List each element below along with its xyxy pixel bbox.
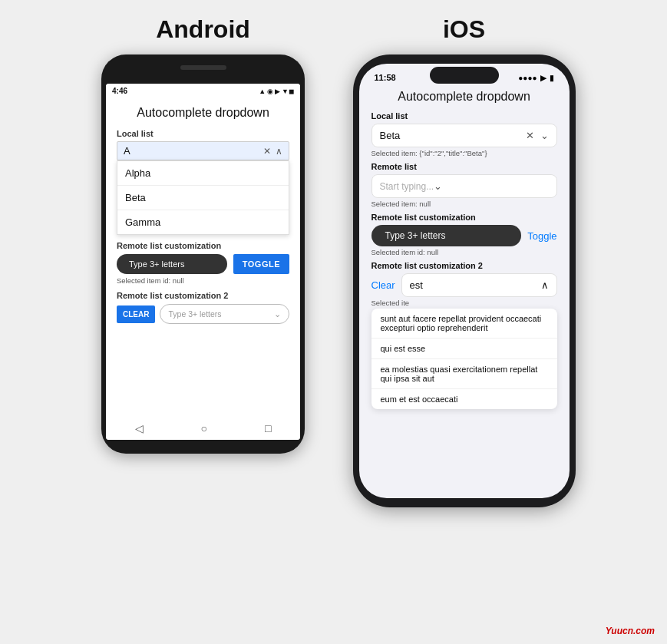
ios-dropdown-list: sunt aut facere repellat provident occae… bbox=[371, 309, 557, 409]
ios-app-content: Autocomplete dropdown Local list Beta ✕ … bbox=[359, 85, 570, 498]
android-local-input[interactable]: A ✕ ∧ bbox=[117, 141, 289, 160]
ios-dropdown-item-2[interactable]: qui est esse bbox=[371, 339, 557, 359]
ios-remote2-dropdown[interactable]: est ∧ bbox=[401, 273, 557, 297]
ios-phone: 11:58 ●●●● ▶ ▮ Autocomplete dropdown Loc… bbox=[353, 54, 576, 507]
ios-dropdown-item-4[interactable]: eum et est occaecati bbox=[371, 389, 557, 409]
ios-dropdown-item-1[interactable]: sunt aut facere repellat provident occae… bbox=[371, 309, 557, 339]
android-signal-icon: ▲ bbox=[259, 88, 266, 95]
ios-local-list-label: Local list bbox=[371, 111, 557, 121]
android-phone: 4:46 ▲ ◉ ▶ ▼◼ Autocomplete dropdown Loca… bbox=[101, 54, 305, 454]
ios-screen: 11:58 ●●●● ▶ ▮ Autocomplete dropdown Loc… bbox=[359, 64, 570, 498]
android-data-icon: ◉ bbox=[267, 88, 273, 95]
android-dropdown-item-gamma[interactable]: Gamma bbox=[117, 210, 289, 234]
ios-remote-custom-selected-id: Selected item id: null bbox=[371, 248, 557, 256]
ios-remote2-selected-info: Selected ite bbox=[371, 299, 557, 307]
ios-time: 11:58 bbox=[375, 73, 396, 82]
android-remote-toggle-row: Type 3+ letters TOGGLE bbox=[117, 254, 289, 274]
android-app-content: Autocomplete dropdown Local list A ✕ ∧ A… bbox=[106, 98, 300, 417]
ios-remote-selected-info: Selected item: null bbox=[371, 200, 557, 208]
android-remote2-chevron-icon: ⌄ bbox=[274, 309, 281, 319]
android-remote2-dropdown[interactable]: Type 3+ letters ⌄ bbox=[160, 304, 289, 324]
android-app-title: Autocomplete dropdown bbox=[117, 106, 289, 120]
ios-toggle-button[interactable]: Toggle bbox=[527, 230, 556, 242]
android-time: 4:46 bbox=[112, 87, 127, 95]
android-battery-icon: ▼◼ bbox=[282, 88, 294, 95]
ios-remote-custom2-label: Remote list customization 2 bbox=[371, 261, 557, 270]
ios-title: iOS bbox=[443, 15, 485, 44]
ios-remote-placeholder: Start typing... bbox=[380, 181, 434, 192]
ios-dropdown-item-3[interactable]: ea molestias quasi exercitationem repell… bbox=[371, 359, 557, 389]
android-section: Android 4:46 ▲ ◉ ▶ ▼◼ Autocomplete dropd… bbox=[84, 15, 322, 454]
android-screen: 4:46 ▲ ◉ ▶ ▼◼ Autocomplete dropdown Loca… bbox=[106, 84, 300, 440]
page-container: Android 4:46 ▲ ◉ ▶ ▼◼ Autocomplete dropd… bbox=[0, 0, 667, 644]
android-dropdown-item-alpha[interactable]: Alpha bbox=[117, 161, 289, 186]
android-chevron-up-icon[interactable]: ∧ bbox=[276, 146, 282, 157]
android-recents-icon[interactable]: □ bbox=[265, 422, 271, 434]
ios-dynamic-island bbox=[430, 67, 499, 84]
android-clear-icon[interactable]: ✕ bbox=[263, 146, 271, 157]
ios-remote2-row: Clear est ∧ bbox=[371, 273, 557, 297]
android-home-icon[interactable]: ○ bbox=[201, 422, 207, 434]
android-title: Android bbox=[156, 15, 250, 44]
android-remote-custom-label: Remote list customization bbox=[117, 241, 289, 250]
ios-local-value: Beta bbox=[380, 130, 526, 141]
ios-remote-list-label: Remote list bbox=[371, 162, 557, 171]
ios-remote2-chevron-icon[interactable]: ∧ bbox=[541, 279, 549, 291]
ios-remote-custom-label: Remote list customization bbox=[371, 213, 557, 222]
ios-local-input[interactable]: Beta ✕ ⌄ bbox=[371, 124, 557, 147]
android-dropdown-item-beta[interactable]: Beta bbox=[117, 186, 289, 210]
ios-section: iOS 11:58 ●●●● ▶ ▮ Autocomplete dropdown bbox=[345, 15, 583, 507]
ios-input-controls: ✕ ⌄ bbox=[526, 130, 549, 141]
android-status-icons: ▲ ◉ ▶ ▼◼ bbox=[259, 88, 294, 95]
ios-chevron-down-icon[interactable]: ⌄ bbox=[540, 130, 549, 141]
android-back-icon[interactable]: ◁ bbox=[135, 422, 144, 434]
watermark: Yuucn.com bbox=[606, 626, 655, 636]
ios-wifi-icon: ▶ bbox=[540, 74, 546, 82]
android-local-value: A bbox=[124, 145, 263, 157]
ios-remote-controls: ⌄ bbox=[434, 180, 442, 192]
ios-battery-icon: ▮ bbox=[550, 74, 554, 82]
ios-status-icons: ●●●● ▶ ▮ bbox=[518, 74, 553, 82]
android-toggle-button[interactable]: TOGGLE bbox=[233, 254, 289, 274]
ios-app-title: Autocomplete dropdown bbox=[371, 90, 557, 104]
android-status-bar: 4:46 ▲ ◉ ▶ ▼◼ bbox=[106, 84, 300, 98]
android-dropdown: Alpha Beta Gamma bbox=[117, 160, 289, 235]
android-remote2-placeholder: Type 3+ letters bbox=[168, 309, 221, 319]
android-remote2-row: CLEAR Type 3+ letters ⌄ bbox=[117, 304, 289, 324]
ios-signal-icon: ●●●● bbox=[518, 74, 537, 82]
android-nav-bar: ◁ ○ □ bbox=[106, 417, 300, 440]
android-type-pill: Type 3+ letters bbox=[117, 254, 227, 274]
ios-clear-icon[interactable]: ✕ bbox=[526, 130, 534, 141]
ios-toggle-row: Type 3+ letters Toggle bbox=[371, 225, 557, 246]
ios-local-selected-info: Selected item: {"id":"2","title":"Beta"} bbox=[371, 149, 557, 157]
android-input-controls: ✕ ∧ bbox=[263, 146, 282, 157]
ios-type-pill: Type 3+ letters bbox=[371, 225, 522, 246]
android-local-list-label: Local list bbox=[117, 129, 289, 138]
android-wifi-icon: ▶ bbox=[275, 88, 280, 95]
ios-remote2-value: est bbox=[410, 279, 423, 291]
android-clear-button[interactable]: CLEAR bbox=[117, 305, 155, 323]
ios-remote-chevron-icon[interactable]: ⌄ bbox=[434, 180, 442, 192]
ios-clear-button[interactable]: Clear bbox=[371, 279, 395, 291]
ios-remote-input[interactable]: Start typing... ⌄ bbox=[371, 174, 557, 198]
android-remote-custom2-label: Remote list customization 2 bbox=[117, 291, 289, 300]
android-remote-selected-id: Selected item id: null bbox=[117, 276, 289, 285]
